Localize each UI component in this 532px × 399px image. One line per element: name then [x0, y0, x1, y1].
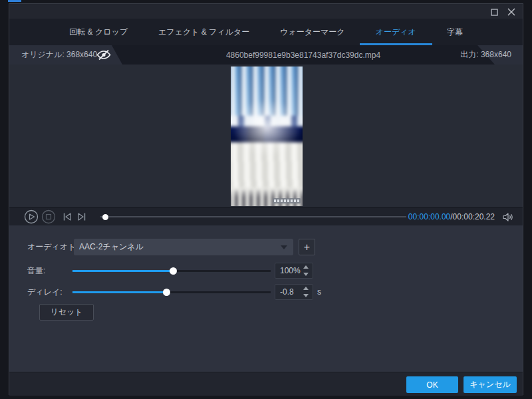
- maximize-icon[interactable]: [488, 7, 500, 17]
- original-size-label: オリジナル: 368x640: [21, 45, 97, 65]
- time-display: 00:00:00.00/00:00:20.22: [408, 207, 495, 226]
- spinner-down-icon[interactable]: [303, 294, 309, 297]
- tab-rotate-crop[interactable]: 回転 & クロップ: [69, 19, 128, 45]
- delay-spinner[interactable]: [303, 287, 309, 297]
- window-accent-dash: [8, 0, 21, 2]
- video-layer-zoom-burst: [231, 66, 303, 206]
- seek-slider[interactable]: [100, 213, 406, 221]
- stop-icon[interactable]: [41, 209, 56, 224]
- play-icon[interactable]: [24, 209, 39, 224]
- audio-track-value: AAC-2チャンネル: [79, 241, 144, 253]
- add-audio-track-button[interactable]: +: [299, 239, 315, 255]
- tab-bar: 回転 & クロップ エフェクト & フィルター ウォーターマーク オーディオ 字…: [9, 19, 523, 45]
- volume-label: 音量:: [27, 263, 45, 279]
- audio-settings-panel: オーディオトラック: AAC-2チャンネル + 音量: 100% ディレイ:: [9, 225, 523, 372]
- cancel-button-label: キャンセル: [469, 379, 510, 390]
- edit-dialog-window: 回転 & クロップ エフェクト & フィルター ウォーターマーク オーディオ 字…: [9, 3, 523, 395]
- delay-slider-handle[interactable]: [163, 289, 170, 296]
- reset-button-label: リセット: [50, 307, 82, 318]
- volume-slider[interactable]: [72, 267, 271, 275]
- seek-handle[interactable]: [102, 214, 108, 220]
- tab-effect-filter[interactable]: エフェクト & フィルター: [158, 19, 249, 45]
- volume-slider-fill: [72, 270, 174, 272]
- volume-value-field[interactable]: 100%: [275, 263, 313, 279]
- footer-bar: OK キャンセル: [9, 372, 523, 396]
- tab-watermark[interactable]: ウォーターマーク: [280, 19, 344, 45]
- current-time: 00:00:00.00: [408, 212, 450, 221]
- prev-frame-icon[interactable]: [60, 209, 74, 224]
- volume-value: 100%: [280, 266, 301, 275]
- volume-slider-handle[interactable]: [170, 267, 177, 275]
- reset-button[interactable]: リセット: [39, 304, 94, 321]
- total-time: /00:00:20.22: [450, 212, 495, 221]
- delay-value: -0.8: [280, 287, 294, 297]
- ok-button[interactable]: OK: [406, 376, 458, 393]
- filename-text: 4860bef99981e9b3e81743af37dc39dc.mp4: [226, 51, 380, 60]
- tab-audio[interactable]: オーディオ: [376, 19, 416, 45]
- close-icon[interactable]: [505, 7, 517, 17]
- seek-track: [100, 216, 406, 217]
- chevron-down-icon: [281, 245, 287, 249]
- filename-plate: 4860bef99981e9b3e81743af37dc39dc.mp4: [112, 45, 495, 65]
- eye-off-icon[interactable]: [96, 48, 112, 62]
- player-bar: 00:00:00.00/00:00:20.22: [9, 207, 523, 225]
- output-size-label: 出力: 368x640: [460, 45, 511, 65]
- spinner-up-icon[interactable]: [303, 287, 309, 290]
- plus-icon: +: [304, 241, 310, 253]
- cancel-button[interactable]: キャンセル: [464, 376, 517, 393]
- volume-icon[interactable]: [500, 209, 515, 224]
- video-frame-blurred: [231, 66, 303, 206]
- spinner-down-icon[interactable]: [303, 273, 309, 276]
- delay-value-field[interactable]: -0.8: [275, 284, 313, 300]
- volume-spinner[interactable]: [303, 265, 309, 276]
- ok-button-label: OK: [426, 380, 438, 390]
- delay-unit-label: s: [317, 284, 321, 300]
- audio-track-dropdown[interactable]: AAC-2チャンネル: [74, 239, 293, 255]
- spinner-up-icon[interactable]: [303, 265, 309, 269]
- delay-label: ディレイ:: [27, 284, 62, 301]
- next-frame-icon[interactable]: [74, 209, 89, 224]
- tab-subtitle[interactable]: 字幕: [447, 19, 463, 45]
- video-watermark: [273, 198, 301, 203]
- delay-slider[interactable]: [72, 289, 271, 296]
- delay-slider-fill: [72, 291, 167, 293]
- video-preview: [231, 66, 303, 206]
- title-bar: [9, 4, 523, 19]
- video-preview-area: [9, 65, 523, 207]
- file-info-bar: 4860bef99981e9b3e81743af37dc39dc.mp4 オリジ…: [9, 45, 523, 65]
